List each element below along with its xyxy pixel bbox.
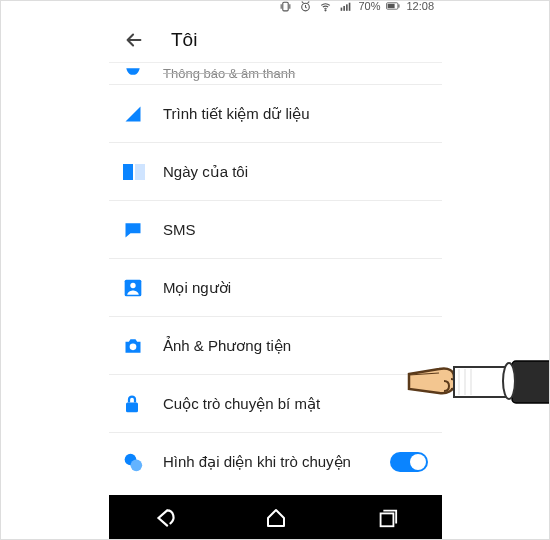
setting-label: Ảnh & Phương tiện [163, 337, 428, 355]
svg-rect-6 [349, 2, 351, 10]
svg-rect-11 [135, 164, 145, 180]
svg-point-14 [130, 343, 137, 350]
setting-secret-conversation[interactable]: Cuộc trò chuyện bí mật [109, 375, 442, 433]
svg-rect-5 [346, 4, 348, 10]
wifi-icon [318, 0, 332, 13]
svg-point-13 [130, 282, 135, 287]
lock-icon [123, 394, 163, 414]
svg-rect-3 [341, 7, 343, 10]
setting-chat-heads[interactable]: Hình đại diện khi trò chuyện [109, 433, 442, 491]
setting-label: Ngày của tôi [163, 163, 428, 181]
signal-icon [338, 0, 352, 13]
setting-label: Cuộc trò chuyện bí mật [163, 395, 428, 413]
signal-triangle-icon [123, 104, 163, 124]
svg-rect-15 [126, 402, 138, 412]
story-icon [123, 164, 163, 180]
settings-list: Thông báo & âm thanh Trình tiết kiệm dữ … [109, 63, 442, 491]
nav-home-button[interactable] [262, 504, 290, 532]
svg-rect-8 [388, 4, 395, 8]
vibrate-icon [278, 0, 292, 13]
setting-label: Thông báo & âm thanh [163, 66, 428, 81]
camera-icon [123, 337, 163, 355]
status-bar: 70% 12:08 [109, 0, 442, 17]
phone-frame: 70% 12:08 Tôi Thông báo & âm thanh Trình… [109, 0, 442, 540]
page-title: Tôi [171, 29, 197, 51]
svg-rect-9 [399, 4, 400, 7]
android-nav-bar [109, 495, 442, 540]
nav-back-button[interactable] [151, 504, 179, 532]
clock-time: 12:08 [406, 0, 434, 12]
bell-icon [123, 68, 163, 80]
setting-my-day[interactable]: Ngày của tôi [109, 143, 442, 201]
setting-label: SMS [163, 221, 428, 238]
svg-rect-10 [123, 164, 133, 180]
svg-rect-19 [454, 367, 514, 397]
setting-people[interactable]: Mọi người [109, 259, 442, 317]
setting-photos-media[interactable]: Ảnh & Phương tiện [109, 317, 442, 375]
back-button[interactable] [123, 29, 145, 51]
setting-sms[interactable]: SMS [109, 201, 442, 259]
bubbles-icon [123, 452, 163, 472]
app-header: Tôi [109, 17, 442, 63]
chat-heads-toggle[interactable] [390, 452, 428, 472]
setting-notifications[interactable]: Thông báo & âm thanh [109, 63, 442, 85]
svg-point-17 [131, 460, 143, 472]
svg-rect-0 [283, 2, 288, 11]
svg-rect-4 [343, 5, 345, 10]
alarm-icon [298, 0, 312, 13]
chat-icon [123, 220, 163, 240]
svg-rect-18 [380, 513, 393, 526]
setting-label: Trình tiết kiệm dữ liệu [163, 105, 428, 123]
svg-rect-20 [512, 361, 550, 403]
setting-data-saver[interactable]: Trình tiết kiệm dữ liệu [109, 85, 442, 143]
svg-point-21 [503, 363, 515, 399]
battery-percent: 70% [358, 0, 380, 12]
nav-recent-button[interactable] [373, 504, 401, 532]
setting-label: Hình đại diện khi trò chuyện [163, 453, 390, 471]
person-icon [123, 278, 163, 298]
setting-label: Mọi người [163, 279, 428, 297]
svg-point-2 [325, 9, 326, 10]
battery-icon [386, 0, 400, 13]
